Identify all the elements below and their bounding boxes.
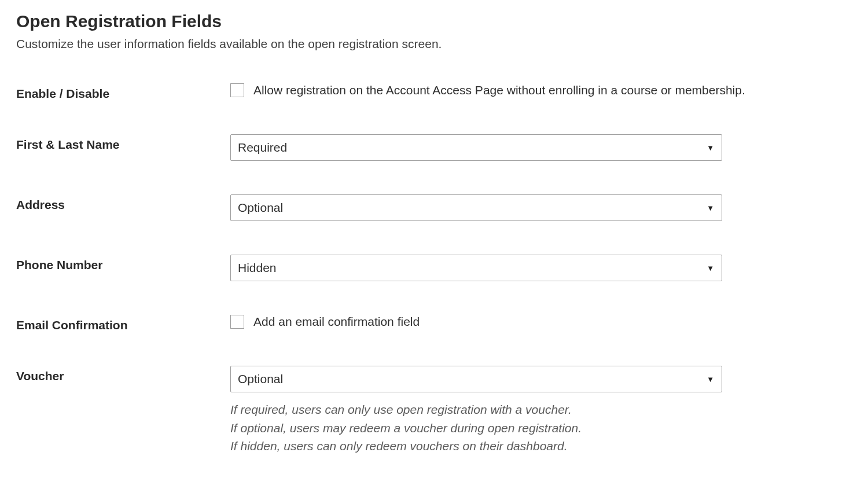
- row-email-confirmation: Email Confirmation Add an email confirma…: [16, 315, 852, 332]
- select-first-last-name[interactable]: Required ▼: [230, 134, 722, 161]
- label-phone-number: Phone Number: [16, 255, 230, 272]
- voucher-help-hidden: If hidden, users can only redeem voucher…: [230, 437, 852, 455]
- row-enable-disable: Enable / Disable Allow registration on t…: [16, 83, 852, 101]
- page-title: Open Registration Fields: [16, 12, 852, 31]
- row-address: Address Optional ▼: [16, 194, 852, 221]
- label-enable-disable: Enable / Disable: [16, 83, 230, 101]
- select-phone-number[interactable]: Hidden ▼: [230, 255, 722, 281]
- checkbox-enable-registration[interactable]: [230, 83, 244, 97]
- voucher-help-text: If required, users can only use open reg…: [230, 400, 852, 455]
- page-description: Customize the user information fields av…: [16, 37, 852, 51]
- checkbox-email-confirmation[interactable]: [230, 315, 244, 329]
- checkbox-label-email-confirmation: Add an email confirmation field: [253, 315, 420, 329]
- voucher-help-optional: If optional, users may redeem a voucher …: [230, 419, 852, 438]
- select-value-phone-number: Hidden: [238, 261, 277, 275]
- select-value-voucher: Optional: [238, 372, 283, 386]
- checkbox-label-enable-registration: Allow registration on the Account Access…: [253, 83, 745, 97]
- select-address[interactable]: Optional ▼: [230, 194, 722, 221]
- select-value-address: Optional: [238, 201, 283, 215]
- voucher-help-required: If required, users can only use open reg…: [230, 400, 852, 419]
- label-first-last-name: First & Last Name: [16, 134, 230, 152]
- row-voucher: Voucher Optional ▼ If required, users ca…: [16, 366, 852, 455]
- select-voucher[interactable]: Optional ▼: [230, 366, 722, 392]
- label-email-confirmation: Email Confirmation: [16, 315, 230, 332]
- label-address: Address: [16, 194, 230, 212]
- select-value-first-last-name: Required: [238, 141, 287, 155]
- row-phone-number: Phone Number Hidden ▼: [16, 255, 852, 281]
- label-voucher: Voucher: [16, 366, 230, 383]
- row-first-last-name: First & Last Name Required ▼: [16, 134, 852, 161]
